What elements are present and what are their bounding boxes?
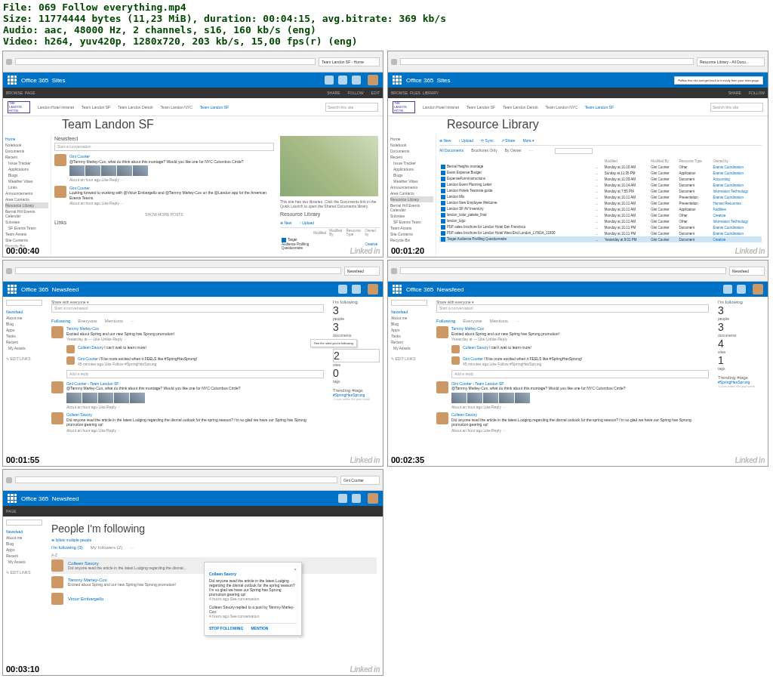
search-input[interactable] (6, 300, 42, 306)
feed-item: Gini Courter @Tammy Marley-Cox, what do … (54, 154, 274, 183)
screenshot-4: Newsfeed Office 365 Newsfeed Newsfeed Ab… (387, 260, 768, 467)
following-stats: I'm following 3 people 3 documents See t… (330, 297, 383, 463)
ribbon-bar: BROWSE PAGE SHARE FOLLOW EDIT (3, 88, 383, 98)
address-bar[interactable] (15, 58, 316, 65)
timestamp: 00:00:40 (5, 246, 41, 255)
find-file-input[interactable] (555, 148, 593, 154)
screenshot-3: Newsfeed Office 365 Newsfeed Newsfeed Ab… (2, 260, 383, 467)
help-icon[interactable] (352, 76, 361, 85)
table-row[interactable]: PDF sales brochure for Landon Hotel San … (439, 224, 762, 230)
screenshot-5: Gini Courter Office 365 Newsfeed PAGE Ne… (2, 469, 383, 676)
stop-following-button[interactable]: STOP FOLLOWING (209, 626, 243, 631)
table-row[interactable]: landon_color_palette_final...Monday at 1… (439, 212, 762, 218)
quick-launch: Home Notebook Documents Recent Issue Tra… (3, 134, 51, 257)
feed-item: Gini Courter Looking forward to working … (54, 186, 274, 206)
screenshot-1: Team Landon SF - Home Office 365 Sites B… (2, 51, 383, 257)
table-row[interactable]: Landon Event Planning Letter...Monday at… (439, 182, 762, 188)
site-logo[interactable]: THELANDONHOTEL (8, 101, 30, 113)
edit-links[interactable]: ✎ EDIT LINKS (6, 356, 42, 362)
table-row[interactable]: PDF sales brochure for Landon Hotel West… (439, 230, 762, 236)
sites-tooltip: See the sites you're following (310, 339, 357, 347)
search-input[interactable]: Search this site (325, 103, 378, 112)
app-launcher-icon[interactable] (8, 285, 17, 294)
newsfeed-main: Share with everyone ▾ Start a conversati… (45, 297, 330, 463)
page-title: People I'm following (51, 520, 377, 538)
share-button[interactable]: ↗ Share (501, 138, 516, 143)
browser-tab[interactable]: Team Landon SF - Home (319, 57, 380, 66)
breadcrumb: Landon Hotel Intranet Team Landon SF Tea… (38, 105, 229, 109)
profile-avatar[interactable] (368, 284, 378, 294)
watermark: Linked in (735, 247, 765, 255)
follow-tooltip: Follow this site and get back to it easi… (674, 76, 763, 85)
mention-button[interactable]: MENTION (251, 626, 268, 631)
table-row[interactable]: Landon Mix...Monday at 11:11 AMGini Cour… (439, 194, 762, 200)
header-row: THELANDONHOTEL Landon Hotel Intranet Tea… (3, 98, 383, 116)
page-title: Team Landon SF (3, 116, 383, 134)
post-input[interactable]: Start a conversation (54, 143, 274, 151)
sync-button[interactable]: ⟳ Sync (481, 138, 494, 143)
suite-bar: Office 365 Sites Follow this site and ge… (388, 72, 768, 88)
settings-icon[interactable] (338, 285, 347, 294)
main-content: Newsfeed Start a conversation Gini Court… (51, 134, 277, 257)
watermark: Linked in (350, 247, 380, 255)
more-button[interactable]: More ▾ (522, 138, 534, 143)
table-row[interactable]: Landon Hotels Teamsite guide...Monday at… (439, 188, 762, 194)
table-row[interactable]: Event Expense Budget...Sunday at 11:35 P… (439, 170, 762, 176)
back-button[interactable] (6, 59, 12, 65)
person-popover: ✕ Colleen Savory Did anyone read the art… (204, 562, 302, 636)
profile-avatar[interactable] (368, 75, 378, 85)
notifications-icon[interactable] (325, 76, 334, 85)
file-meta: File: 069 Follow everything.mp4 Size: 11… (0, 0, 773, 48)
library-views: All Documents Brochures Only By Owner ··… (439, 146, 762, 159)
table-row[interactable]: Landon New Employee Welcome...Monday at … (439, 200, 762, 206)
site-logo[interactable]: THELANDONHOTEL (393, 101, 415, 113)
upload-button[interactable]: ↑ Upload (299, 220, 314, 225)
suite-bar: Office 365 Sites (3, 72, 383, 88)
page-title: Resource Library (388, 116, 768, 134)
documents-table: ModifiedModified ByResource TypeOwned by… (439, 159, 762, 242)
sidebar-home[interactable]: Home (5, 136, 48, 142)
library-toolbar: ⊕ New ↑ Upload (280, 218, 380, 228)
browser-chrome: Team Landon SF - Home (3, 51, 383, 72)
table-row[interactable]: Target Audience Profiling Questionnaire.… (439, 236, 762, 242)
right-column: This site has two libraries. Click the D… (277, 134, 383, 257)
table-row[interactable]: ExpenseFormInstructions...Monday at 11:0… (439, 176, 762, 182)
image-thumbnails[interactable] (69, 165, 244, 176)
newsfeed-tabs: Following Everyone Mentions ··· (51, 316, 324, 326)
show-more-link[interactable]: SHOW MORE POSTS (54, 209, 274, 220)
breadcrumb: Landon Hotel Intranet Team Landon SF Tea… (423, 105, 614, 109)
quick-launch: Home Notebook Documents Recent Issue Tra… (388, 134, 436, 257)
post-input[interactable]: Start a conversation (51, 304, 324, 313)
screenshot-2: Resource Library - All Docu... Office 36… (387, 51, 768, 257)
browser-chrome: Resource Library - All Docu... (388, 51, 768, 72)
library-toolbar: ⊕ New ↑ Upload ⟳ Sync ↗ Share More ▾ (439, 136, 762, 146)
new-button[interactable]: ⊕ New (439, 138, 451, 143)
avatar[interactable] (54, 154, 66, 166)
reply-input[interactable]: Add a reply (66, 370, 324, 378)
main-content: ⊕ New ↑ Upload ⟳ Sync ↗ Share More ▾ All… (436, 134, 768, 257)
newsfeed-sidebar: Newsfeed About me Blog Apps Tasks Recent… (3, 297, 45, 463)
header-row: THELANDONHOTEL Landon Hotel Intranet Tea… (388, 98, 768, 116)
upload-button[interactable]: ↑ Upload (458, 138, 473, 143)
popover-actions: STOP FOLLOWING MENTION (209, 623, 297, 631)
settings-icon[interactable] (338, 76, 347, 85)
search-input[interactable]: Search this site (710, 103, 763, 112)
app-launcher-icon[interactable] (393, 76, 402, 85)
avatar[interactable] (54, 186, 66, 198)
table-row[interactable]: Bernal Heights montage...Monday at 11:10… (439, 164, 762, 170)
sidebar-resource-library[interactable]: Resource Library (5, 202, 48, 208)
hero-image (280, 136, 378, 196)
ribbon-bar: BROWSE FILES LIBRARY SHARE FOLLOW (388, 88, 768, 98)
new-button[interactable]: ⊕ New (280, 220, 291, 225)
table-row[interactable]: Landon SF AV Inventory...Monday at 11:11… (439, 206, 762, 212)
timestamp: 00:01:20 (390, 246, 426, 255)
help-icon[interactable] (352, 285, 361, 294)
app-launcher-icon[interactable] (8, 76, 17, 85)
table-row[interactable]: landon_logo...Monday at 11:11 AMGini Cou… (439, 218, 762, 224)
